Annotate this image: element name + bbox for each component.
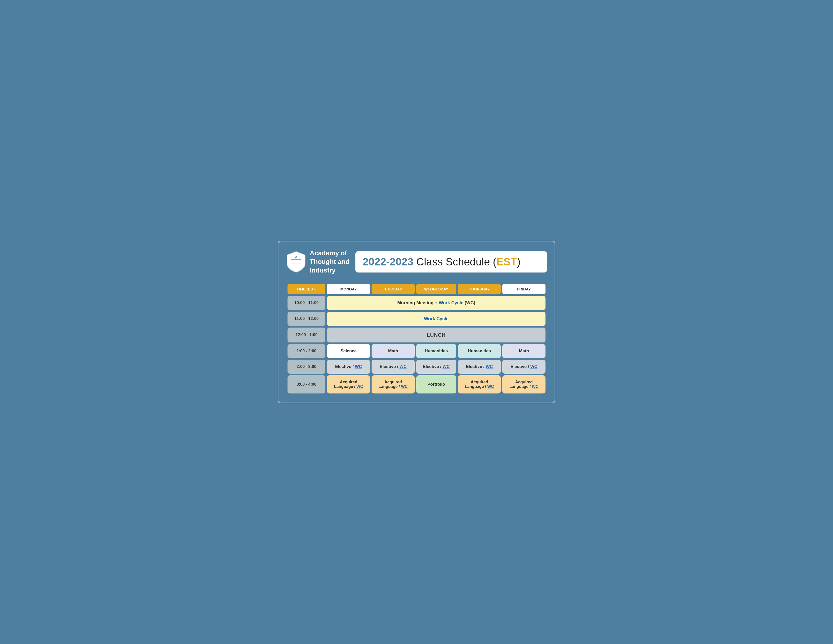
- main-container: A T I Academy ofThought andIndustry 2022…: [278, 241, 555, 403]
- title-est: EST: [496, 256, 517, 268]
- wc-link-thu-1500[interactable]: WC: [487, 385, 494, 389]
- col-header-time: TIME (EST): [288, 284, 325, 294]
- title-box: 2022-2023 Class Schedule (EST): [355, 251, 547, 272]
- cell-thursday-1400: Elective / WC: [458, 360, 501, 374]
- wc-link-wed-1400[interactable]: WC: [442, 364, 450, 369]
- schedule-table: TIME (EST) MONDAY TUESDAY WEDNESDAY THUR…: [286, 282, 547, 395]
- wc-link-mon-1400[interactable]: WC: [355, 364, 362, 369]
- cell-tuesday-1300: Math: [371, 344, 415, 358]
- wc-link-fri-1500[interactable]: WC: [532, 385, 539, 389]
- cell-friday-1500: AcquiredLanguage / WC: [502, 375, 545, 393]
- time-1200: 12:00 - 1:00: [288, 328, 325, 343]
- page-title: 2022-2023 Class Schedule (EST): [362, 256, 540, 268]
- cell-tuesday-1400: Elective / WC: [371, 360, 415, 374]
- cell-monday-1300: Science: [327, 344, 370, 358]
- time-1000: 10:00 - 11:00: [288, 296, 325, 310]
- time-1100: 11:00 - 12:00: [288, 312, 325, 326]
- work-cycle-full-label: Work Cycle: [424, 316, 449, 321]
- wc-paren: (WC): [465, 300, 475, 305]
- header: A T I Academy ofThought andIndustry 2022…: [286, 249, 547, 275]
- cell-monday-1400: Elective / WC: [327, 360, 370, 374]
- table-row-1200: 12:00 - 1:00 LUNCH: [288, 328, 545, 343]
- table-header-row: TIME (EST) MONDAY TUESDAY WEDNESDAY THUR…: [288, 284, 545, 294]
- col-header-monday: MONDAY: [327, 284, 370, 294]
- table-row-1300: 1:00 - 2:00 Science Math Humanities Huma…: [288, 344, 545, 358]
- time-1500: 3:00 - 4:00: [288, 375, 325, 393]
- cell-thursday-1500: AcquiredLanguage / WC: [458, 375, 501, 393]
- cell-thursday-1300: Humanities: [458, 344, 501, 358]
- cell-friday-1300: Math: [502, 344, 545, 358]
- cell-wednesday-1300: Humanities: [416, 344, 457, 358]
- col-header-tuesday: TUESDAY: [371, 284, 415, 294]
- time-1300: 1:00 - 2:00: [288, 344, 325, 358]
- svg-text:I: I: [296, 263, 296, 266]
- cell-wednesday-1400: Elective / WC: [416, 360, 457, 374]
- wc-link-thu-1400[interactable]: WC: [486, 364, 493, 369]
- logo-icon: A T I: [286, 251, 306, 273]
- wc-link-fri-1400[interactable]: WC: [530, 364, 537, 369]
- svg-text:A: A: [295, 255, 298, 259]
- morning-meeting-cell: Morning Meeting + Work Cycle (WC): [327, 296, 545, 310]
- logo-text: Academy ofThought andIndustry: [310, 249, 349, 275]
- lunch-cell: LUNCH: [327, 328, 545, 343]
- work-cycle-label: Work Cycle: [439, 300, 463, 305]
- table-row-1500: 3:00 - 4:00 AcquiredLanguage / WC Acquir…: [288, 375, 545, 393]
- title-close: ): [517, 256, 521, 268]
- title-year: 2022-2023: [362, 256, 413, 268]
- time-1400: 2:00 - 3:00: [288, 360, 325, 374]
- col-header-thursday: THURSDAY: [458, 284, 501, 294]
- cell-friday-1400: Elective / WC: [502, 360, 545, 374]
- wc-link-tue-1500[interactable]: WC: [401, 385, 408, 389]
- cell-tuesday-1500: AcquiredLanguage / WC: [371, 375, 415, 393]
- cell-monday-1500: AcquiredLanguage / WC: [327, 375, 370, 393]
- col-header-wednesday: WEDNESDAY: [416, 284, 457, 294]
- svg-text:T: T: [295, 259, 297, 262]
- table-row-1100: 11:00 - 12:00 Work Cycle: [288, 312, 545, 326]
- wc-link-mon-1500[interactable]: WC: [356, 385, 363, 389]
- logo-block: A T I Academy ofThought andIndustry: [286, 249, 349, 275]
- title-class-schedule: Class Schedule (: [413, 256, 496, 268]
- cell-wednesday-1500: Portfolio: [416, 375, 457, 393]
- table-row-1000: 10:00 - 11:00 Morning Meeting + Work Cyc…: [288, 296, 545, 310]
- wc-link-tue-1400[interactable]: WC: [399, 364, 407, 369]
- work-cycle-cell: Work Cycle: [327, 312, 545, 326]
- table-row-1400: 2:00 - 3:00 Elective / WC Elective / WC …: [288, 360, 545, 374]
- col-header-friday: FRIDAY: [502, 284, 545, 294]
